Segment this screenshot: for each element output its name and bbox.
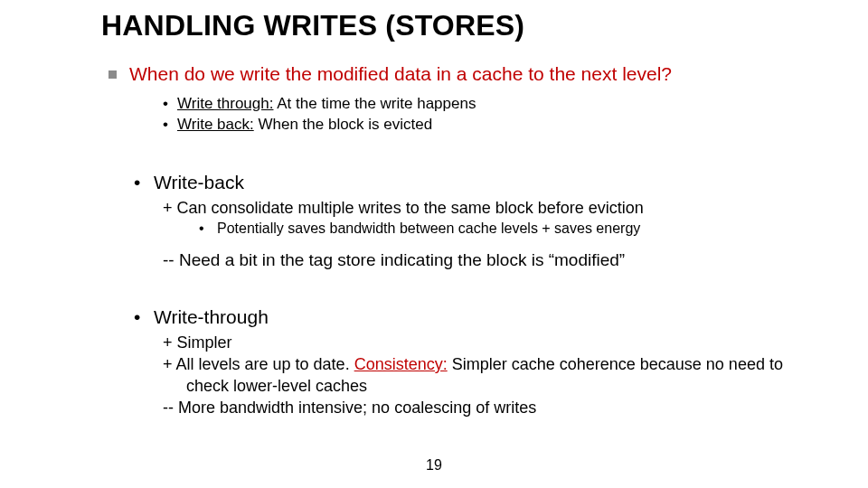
wb-minus-word: modified xyxy=(554,250,619,269)
dot-bullet-icon: • xyxy=(134,172,154,193)
wt-plus2-pre: + All levels are up to date. xyxy=(163,355,354,373)
slide-title: HANDLING WRITES (STORES) xyxy=(101,9,524,42)
writeback-heading: •Write-back xyxy=(134,172,823,193)
question-line: When do we write the modified data in a … xyxy=(108,63,823,85)
slide-content: When do we write the modified data in a … xyxy=(108,63,823,419)
dot-bullet-icon: • xyxy=(199,219,217,239)
writethrough-heading-text: Write-through xyxy=(154,306,269,327)
writethrough-minus: -- More bandwidth intensive; no coalesci… xyxy=(163,397,823,418)
writeback-sub-text: Potentially saves bandwidth between cach… xyxy=(217,221,640,236)
writeback-sub: •Potentially saves bandwidth between cac… xyxy=(199,219,823,239)
dot-bullet-icon: • xyxy=(163,115,177,136)
dot-bullet-icon: • xyxy=(134,306,154,328)
question-sub-2: •Write back: When the block is evicted xyxy=(163,115,823,136)
slide: HANDLING WRITES (STORES) When do we writ… xyxy=(0,0,868,488)
writethrough-heading: •Write-through xyxy=(134,306,823,328)
wb-minus-pre: -- Need a bit in the tag store indicatin… xyxy=(163,250,549,269)
page-number: 19 xyxy=(0,457,868,474)
wt-plus2-key: Consistency: xyxy=(354,355,448,373)
writeback-minus: -- Need a bit in the tag store indicatin… xyxy=(163,250,823,270)
writethrough-plus2: + All levels are up to date. Consistency… xyxy=(163,353,823,398)
writeback-plus: + Can consolidate multiple writes to the… xyxy=(163,197,823,219)
writeback-heading-text: Write-back xyxy=(154,172,244,192)
sub1-lead: Write through: xyxy=(177,95,273,112)
square-bullet-icon xyxy=(108,70,117,79)
spacer xyxy=(108,270,823,290)
sub2-rest: When the block is evicted xyxy=(254,116,432,133)
question-text: When do we write the modified data in a … xyxy=(129,63,672,84)
dot-bullet-icon: • xyxy=(163,94,177,115)
sub1-rest: At the time the write happens xyxy=(273,95,476,112)
spacer xyxy=(108,136,823,155)
spacer xyxy=(108,239,823,245)
question-sub-1: •Write through: At the time the write ha… xyxy=(163,94,823,115)
sub2-lead: Write back: xyxy=(177,116,254,133)
writethrough-plus1: + Simpler xyxy=(163,332,823,353)
wb-minus-q-close: ” xyxy=(619,250,625,269)
